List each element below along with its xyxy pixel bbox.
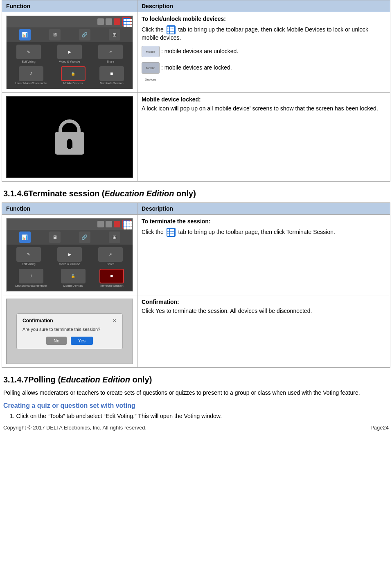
desc-locked: Mobile Devices : mobile devices are lock… xyxy=(142,61,386,74)
toolbar2-icon-grid2: ⊞ xyxy=(109,232,120,243)
desc-confirm-body: Click Yes to terminate the session. All … xyxy=(142,308,386,314)
table2-func-header: Function xyxy=(2,203,137,215)
creating-quiz-heading: Creating a quiz or question set with vot… xyxy=(2,402,390,409)
desc-terminate-body: Click the tab to bring up the toolbar pa… xyxy=(142,228,386,237)
section-3147-heading: 3.1.4.7Polling (Education Edition only) xyxy=(2,375,390,384)
video-youtube-btn2: ▶ Video & Youtube xyxy=(57,247,82,265)
grid-icon xyxy=(122,17,131,26)
lock-icon-large xyxy=(49,112,90,162)
desc-lock-body: Click the tab to bring up the toolbar pa… xyxy=(142,25,386,41)
func-cell-terminate: 📊 🖥 🔗 ⊞ xyxy=(2,215,137,295)
confirm-buttons: No Yes xyxy=(23,337,117,345)
desc-cell-confirm: Confirmation: Click Yes to terminate the… xyxy=(137,295,390,368)
share-btn2: ↗ Share xyxy=(98,247,123,265)
table1-desc-header: Description xyxy=(137,0,390,12)
lock-unlock-table: Function Description xyxy=(2,0,390,182)
edit-voting-btn2: ✎ Edit Voting xyxy=(16,247,41,265)
confirm-yes-button[interactable]: Yes xyxy=(71,337,93,345)
mobile-devices-locked-icon: Mobile Devices xyxy=(142,62,160,74)
footer: Copyright © 2017 DELTA Electronics, Inc.… xyxy=(2,423,390,432)
confirm-close-icon: ✕ xyxy=(113,318,117,324)
toolbar-icon-stats: 📊 xyxy=(19,29,31,40)
mobile-devices-btn: 🔒 Mobile Devices xyxy=(61,66,86,85)
launch-novoscreen-btn: ⤴ Launch NovoScreennote xyxy=(15,66,47,85)
launch-novoscreen-btn2: ⤴ Launch NovoScreennote xyxy=(15,269,47,287)
desc-lockscreen-body: A lock icon will pop up on all mobile de… xyxy=(142,105,386,112)
confirm-title: Confirmation xyxy=(23,318,53,324)
toolbar-icon-monitor: 🖥 xyxy=(49,29,61,40)
toolbar2-icon-monitor: 🖥 xyxy=(49,232,61,243)
share-btn: ↗ Share xyxy=(98,45,123,63)
table-row: 📊 🖥 🔗 ⊞ xyxy=(2,215,390,295)
copyright-text: Copyright © 2017 DELTA Electronics, Inc.… xyxy=(3,425,146,431)
table2-desc-header: Description xyxy=(137,203,390,215)
confirm-title-bar: Confirmation ✕ xyxy=(23,318,117,324)
table-row: Confirmation ✕ Are you sure to terminate… xyxy=(2,295,390,368)
toolbar2-icon-stats: 📊 xyxy=(19,232,31,243)
terminate-session-table: Function Description xyxy=(2,202,390,368)
lock-shackle xyxy=(59,119,81,133)
video-youtube-btn: ▶ Video & Youtube xyxy=(57,45,82,63)
desc-unlocked: Mobile Devices : mobile devices are unlo… xyxy=(142,45,386,58)
grid-icon2 xyxy=(122,220,131,229)
desc-cell-lock: To lock/unlock mobile devices: Click the… xyxy=(137,12,390,93)
mobile-devices-unlocked-icon: Mobile Devices xyxy=(142,46,160,57)
confirm-dialog-box: Confirmation ✕ Are you sure to terminate… xyxy=(16,313,123,349)
desc-lockscreen-title: Mobile device locked: xyxy=(142,96,386,103)
lock-keyhole xyxy=(67,139,72,148)
desc-cell-lockscreen: Mobile device locked: A lock icon will p… xyxy=(137,93,390,182)
lock-body xyxy=(55,132,84,155)
toolbar-icon-grid2: ⊞ xyxy=(109,29,120,40)
toolbar-icon-link: 🔗 xyxy=(79,29,90,40)
toolbar-terminate-screenshot: 📊 🖥 🔗 ⊞ xyxy=(6,218,133,292)
confirm-dialog-screenshot: Confirmation ✕ Are you sure to terminate… xyxy=(6,299,133,364)
mobile-devices-btn2: 🔒 Mobile Devices xyxy=(61,269,86,287)
desc-terminate-title: To terminate the session: xyxy=(142,218,386,225)
toolbar2-icon-link: 🔗 xyxy=(79,232,90,243)
terminate-session-btn: ⏹ Terminate Session xyxy=(99,66,124,85)
table-row: 📊 🖥 🔗 ⊞ xyxy=(2,12,390,93)
func-cell-confirm: Confirmation ✕ Are you sure to terminate… xyxy=(2,295,137,368)
lock-screen-screenshot xyxy=(6,96,133,178)
desc-cell-terminate: To terminate the session: Click the tab … xyxy=(137,215,390,295)
func-cell-lock: 📊 🖥 🔗 ⊞ xyxy=(2,12,137,93)
edit-voting-btn: ✎ Edit Voting xyxy=(16,45,41,63)
terminate-session-btn2: ⏹ Terminate Session xyxy=(99,269,124,287)
step1-text: 1. Click on the “Tools” tab and select “… xyxy=(10,412,389,420)
toolbar-screenshot: 📊 🖥 🔗 ⊞ xyxy=(6,16,133,89)
table1-func-header: Function xyxy=(2,0,137,12)
confirm-message: Are you sure to terminate this session? xyxy=(23,327,117,332)
grid-inline-icon2 xyxy=(167,228,176,237)
page-number: Page24 xyxy=(370,425,389,431)
grid-inline-icon xyxy=(167,25,176,34)
polling-body-text: Polling allows moderators or teachers to… xyxy=(3,389,389,397)
section-3146-heading: 3.1.4.6Terminate session (Education Edit… xyxy=(2,189,390,198)
confirm-no-button[interactable]: No xyxy=(46,337,67,345)
desc-lock-title: To lock/unlock mobile devices: xyxy=(142,16,386,22)
table-row: Mobile device locked: A lock icon will p… xyxy=(2,93,390,182)
desc-confirm-title: Confirmation: xyxy=(142,299,386,305)
func-cell-lockscreen xyxy=(2,93,137,182)
